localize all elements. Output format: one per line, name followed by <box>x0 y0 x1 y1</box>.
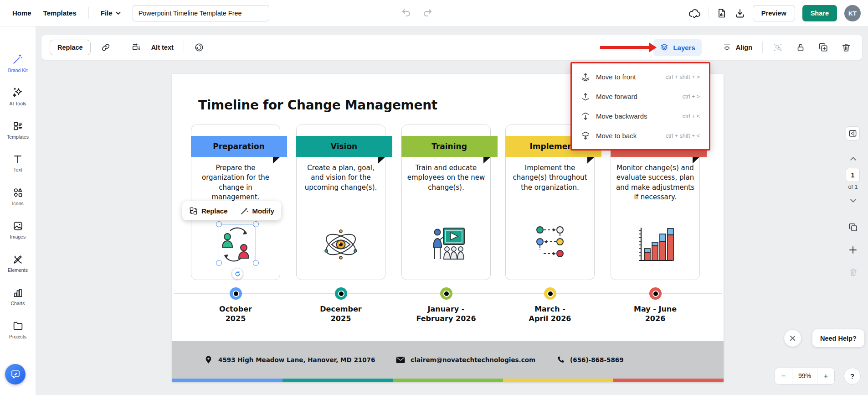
folder-icon <box>12 320 24 332</box>
sidebar-item-templates[interactable]: Templates <box>0 113 36 146</box>
selection-handle-bottom-left[interactable] <box>216 260 222 266</box>
footer-address-text: 4593 High Meadow Lane, Hanover, MD 21076 <box>218 356 375 364</box>
sidebar-item-images[interactable]: Images <box>0 213 36 246</box>
timeline-date[interactable]: October 2025 <box>199 305 272 324</box>
page-number-box[interactable]: 1 <box>846 168 860 182</box>
text-t-icon <box>12 154 23 165</box>
selection-box[interactable] <box>219 224 256 263</box>
card-description[interactable]: Train and educate employees on the new c… <box>405 163 487 192</box>
timeline-date[interactable]: January - February 2026 <box>410 305 483 324</box>
nav-templates[interactable]: Templates <box>43 9 77 17</box>
footer-phone: (656)-868-5869 <box>556 356 623 364</box>
replace-button[interactable]: Replace <box>50 40 91 55</box>
card-header[interactable]: Vision <box>296 136 392 157</box>
menu-item-move-to-back[interactable]: Move to back ctrl + shift + < <box>572 126 709 146</box>
timeline-date[interactable]: March - April 2026 <box>514 305 586 324</box>
selection-handle-bottom-right[interactable] <box>253 260 259 266</box>
document-title-input[interactable] <box>133 5 269 21</box>
page-title[interactable]: Timeline for Change Management <box>198 98 437 113</box>
icon-replace-button[interactable]: Replace <box>189 207 228 215</box>
timeline-dot[interactable] <box>335 287 347 300</box>
avatar[interactable]: KT <box>844 5 861 21</box>
rotate-handle[interactable] <box>231 268 243 280</box>
duplicate-icon[interactable] <box>818 42 828 52</box>
timeline-dot[interactable] <box>440 287 452 300</box>
timeline-date[interactable]: May - June 2026 <box>619 305 692 324</box>
card-description[interactable]: Create a plan, goal, and vision for the … <box>300 163 382 192</box>
add-page-icon[interactable] <box>847 244 858 255</box>
menu-item-move-backwards[interactable]: Move backwards ctrl + < <box>572 106 709 126</box>
menu-item-label: Move to back <box>596 132 637 140</box>
sidebar-item-brand-kit[interactable]: Brand Kit <box>0 47 36 80</box>
layers-button[interactable]: Layers <box>653 39 701 56</box>
share-button[interactable]: Share <box>802 5 837 21</box>
resize-icon[interactable] <box>131 42 141 52</box>
bar-chart-growth-icon[interactable] <box>635 225 676 264</box>
menu-item-move-to-front[interactable]: Move to front ctrl + shift + > <box>572 67 709 87</box>
page-up-icon[interactable] <box>848 155 858 162</box>
zoom-in-button[interactable]: + <box>817 368 834 384</box>
strip-segment <box>172 379 282 382</box>
align-button[interactable]: Align <box>722 43 752 52</box>
dismiss-help-button[interactable] <box>784 330 801 347</box>
zoom-level[interactable]: 99% <box>792 368 817 384</box>
sidebar-item-label: AI Tools <box>9 101 26 106</box>
card-description[interactable]: Monitor change(s) and evaluate success, … <box>614 163 696 202</box>
icon-modify-button[interactable]: Modify <box>240 207 274 215</box>
card-description[interactable]: Prepare the organization for the change … <box>195 163 277 202</box>
sidebar-item-elements[interactable]: Elements <box>0 246 36 280</box>
presentation-training-icon[interactable] <box>425 225 467 264</box>
collapse-panel-icon <box>848 129 857 138</box>
preview-button[interactable]: Preview <box>753 5 795 21</box>
timeline-date[interactable]: December 2025 <box>304 305 377 324</box>
card-fold-corner <box>587 157 595 164</box>
alt-text-button[interactable]: Alt text <box>151 44 174 51</box>
zoom-out-button[interactable]: − <box>775 368 792 384</box>
color-strip <box>172 379 724 382</box>
sidebar-item-icons[interactable]: Icons <box>0 180 36 213</box>
card-description[interactable]: Implement the change(s) throughout the o… <box>509 163 591 192</box>
sidebar-item-projects[interactable]: Projects <box>0 313 36 346</box>
redo-icon[interactable] <box>422 7 433 18</box>
menu-item-move-forward[interactable]: Move forward ctrl + > <box>572 87 709 106</box>
trash-icon[interactable] <box>841 42 851 52</box>
contact-footer[interactable]: 4593 High Meadow Lane, Hanover, MD 21076… <box>172 341 724 379</box>
timeline-card-vision[interactable]: Vision Create a plan, goal, and vision f… <box>296 125 385 280</box>
lock-icon[interactable] <box>796 42 806 52</box>
animate-icon[interactable] <box>194 42 204 52</box>
sidebar-item-charts[interactable]: Charts <box>0 280 36 313</box>
strip-segment <box>503 379 613 382</box>
document-stats-icon[interactable] <box>716 8 727 19</box>
strip-segment <box>282 379 393 382</box>
help-button[interactable]: ? <box>844 368 861 385</box>
selection-handle-top-right[interactable] <box>253 221 259 227</box>
selection-handle-top-left[interactable] <box>216 221 222 227</box>
delete-page-icon <box>847 266 858 277</box>
page-down-icon[interactable] <box>848 197 858 204</box>
menu-item-label: Move backwards <box>596 112 647 120</box>
timeline-dot[interactable] <box>230 287 242 300</box>
card-header[interactable]: Training <box>401 136 498 157</box>
sidebar-item-ai-tools[interactable]: AI Tools <box>0 80 36 113</box>
timeline-card-training[interactable]: Training Train and educate employees on … <box>401 125 491 280</box>
feedback-chat-button[interactable] <box>5 364 26 385</box>
sidebar-item-text[interactable]: Text <box>0 146 36 180</box>
vision-orbit-eye-icon[interactable] <box>320 226 362 263</box>
duplicate-page-icon[interactable] <box>847 222 858 233</box>
card-header[interactable]: Preparation <box>191 136 287 157</box>
toolbar-divider <box>184 42 184 53</box>
timeline-dot[interactable] <box>649 287 662 300</box>
move-to-front-icon <box>581 73 590 82</box>
collapse-panel-button[interactable] <box>846 126 860 140</box>
need-help-button[interactable]: Need Help? <box>812 329 864 347</box>
sidebar-item-label: Projects <box>9 334 26 339</box>
download-icon[interactable] <box>734 8 745 19</box>
nav-home[interactable]: Home <box>12 9 31 17</box>
timeline-dot[interactable] <box>544 287 556 300</box>
link-icon[interactable] <box>101 42 111 52</box>
process-flow-icon[interactable] <box>532 223 568 265</box>
undo-icon[interactable] <box>401 7 412 18</box>
icon-context-menu: Replace Modify <box>182 201 281 220</box>
footer-phone-text: (656)-868-5869 <box>570 356 623 364</box>
file-menu[interactable]: File <box>101 9 121 17</box>
